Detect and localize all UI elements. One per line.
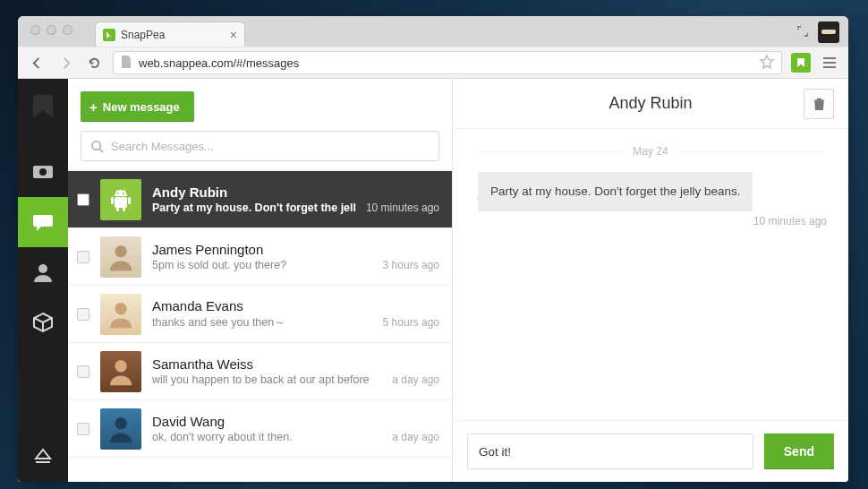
thread-checkbox[interactable] bbox=[77, 308, 89, 321]
address-bar[interactable] bbox=[113, 51, 782, 74]
svg-rect-7 bbox=[116, 207, 119, 211]
traffic-minimize[interactable] bbox=[47, 25, 56, 35]
trash-icon bbox=[813, 97, 826, 111]
new-message-label: New message bbox=[103, 100, 180, 114]
thread-name: David Wang bbox=[152, 414, 439, 429]
message-bubble: Party at my house. Don't forget the jell… bbox=[478, 172, 753, 211]
tab-title: SnapPea bbox=[121, 29, 165, 41]
tab-close-icon[interactable]: × bbox=[230, 28, 237, 42]
avatar bbox=[100, 236, 141, 278]
window-controls[interactable] bbox=[30, 25, 72, 35]
thread-time: 3 hours ago bbox=[383, 259, 439, 271]
search-input[interactable] bbox=[111, 140, 430, 153]
browser-toolbar bbox=[18, 47, 848, 79]
thread-list-pane: + New message Andy Rubin bbox=[68, 79, 453, 482]
nav-back-icon[interactable] bbox=[27, 53, 47, 73]
menu-icon[interactable] bbox=[820, 53, 839, 73]
thread-item[interactable]: James Pennington 5pm is sold out. you th… bbox=[68, 228, 452, 286]
message-row: Party at my house. Don't forget the jell… bbox=[478, 172, 773, 227]
traffic-zoom[interactable] bbox=[63, 25, 72, 35]
favicon-icon bbox=[103, 29, 115, 41]
fullscreen-icon[interactable] bbox=[796, 25, 809, 40]
date-label: May 24 bbox=[633, 145, 668, 158]
traffic-close[interactable] bbox=[30, 25, 40, 35]
conversation-header: Andy Rubin bbox=[453, 79, 848, 129]
app-logo-icon bbox=[28, 91, 58, 122]
avatar bbox=[100, 351, 141, 392]
thread-item[interactable]: Andy Rubin Party at my house. Don't forg… bbox=[68, 171, 452, 228]
sidebar-item-photos[interactable] bbox=[18, 147, 68, 197]
thread-name: Andy Rubin bbox=[152, 184, 439, 200]
thread-preview: will you happen to be back at our apt be… bbox=[152, 373, 383, 386]
svg-point-12 bbox=[115, 303, 126, 314]
thread-name: James Pennington bbox=[152, 242, 439, 257]
browser-window: SnapPea × bbox=[18, 16, 848, 482]
thread-item[interactable]: David Wang ok, don't worry about it then… bbox=[68, 400, 452, 458]
svg-point-9 bbox=[117, 193, 119, 194]
conversation-title: Andy Rubin bbox=[508, 94, 793, 113]
thread-checkbox[interactable] bbox=[77, 193, 89, 206]
conversation-pane: Andy Rubin May 24 Party at my house. Don… bbox=[453, 79, 848, 482]
svg-point-14 bbox=[115, 417, 126, 429]
bookmark-star-icon[interactable] bbox=[760, 55, 774, 72]
composer-input[interactable] bbox=[467, 433, 753, 469]
new-message-button[interactable]: + New message bbox=[81, 91, 194, 122]
plus-icon: + bbox=[89, 99, 98, 115]
avatar bbox=[100, 294, 141, 335]
sidebar-item-contacts[interactable] bbox=[18, 247, 68, 297]
svg-rect-6 bbox=[128, 197, 131, 204]
nav-forward-icon[interactable] bbox=[55, 53, 75, 73]
svg-rect-5 bbox=[111, 197, 114, 204]
sidebar-item-apps[interactable] bbox=[18, 297, 68, 347]
thread-item[interactable]: Samantha Weiss will you happen to be bac… bbox=[68, 343, 452, 400]
avatar bbox=[100, 179, 141, 220]
sidebar bbox=[18, 79, 68, 482]
thread-name: Samantha Weiss bbox=[152, 356, 439, 372]
svg-point-3 bbox=[92, 141, 100, 149]
thread-time: a day ago bbox=[392, 431, 439, 443]
search-icon bbox=[90, 140, 104, 153]
svg-point-10 bbox=[123, 193, 124, 194]
thread-checkbox[interactable] bbox=[77, 423, 89, 435]
conversation-body: May 24 Party at my house. Don't forget t… bbox=[453, 129, 848, 420]
sidebar-item-messages[interactable] bbox=[18, 197, 68, 247]
svg-rect-4 bbox=[115, 197, 127, 208]
profile-avatar-icon[interactable] bbox=[818, 21, 839, 43]
page-icon bbox=[121, 56, 132, 71]
svg-rect-8 bbox=[123, 207, 125, 211]
search-box[interactable] bbox=[81, 131, 439, 161]
browser-tab[interactable]: SnapPea × bbox=[95, 21, 245, 47]
date-divider: May 24 bbox=[478, 145, 823, 158]
delete-button[interactable] bbox=[804, 89, 834, 119]
url-input[interactable] bbox=[139, 56, 753, 70]
thread-preview: ok, don't worry about it then. bbox=[152, 431, 383, 443]
thread-preview: thanks and see you then～ bbox=[152, 315, 374, 330]
composer: Send bbox=[453, 420, 848, 482]
message-time: 10 minutes ago bbox=[753, 215, 827, 227]
svg-point-2 bbox=[38, 264, 47, 273]
thread-item[interactable]: Amanda Evans thanks and see you then～ 5 … bbox=[68, 286, 452, 343]
thread-time: 5 hours ago bbox=[383, 316, 439, 329]
thread-time: a day ago bbox=[392, 373, 439, 386]
thread-preview: 5pm is sold out. you there? bbox=[152, 259, 374, 271]
thread-name: Amanda Evans bbox=[152, 298, 439, 313]
avatar bbox=[100, 408, 141, 450]
app-body: + New message Andy Rubin bbox=[18, 79, 848, 482]
svg-point-13 bbox=[115, 360, 126, 372]
send-button[interactable]: Send bbox=[764, 433, 834, 469]
sidebar-item-eject[interactable] bbox=[18, 432, 68, 482]
thread-checkbox[interactable] bbox=[77, 365, 89, 378]
thread-checkbox[interactable] bbox=[77, 251, 89, 263]
thread-time: 10 minutes ago bbox=[366, 202, 439, 214]
svg-point-11 bbox=[115, 245, 126, 257]
thread-preview: Party at my house. Don't forget the jell bbox=[152, 202, 357, 214]
reload-icon[interactable] bbox=[84, 53, 104, 73]
tab-strip: SnapPea × bbox=[18, 16, 848, 47]
snappea-extension-icon[interactable] bbox=[791, 53, 811, 73]
threads: Andy Rubin Party at my house. Don't forg… bbox=[68, 171, 452, 482]
svg-point-1 bbox=[39, 168, 47, 176]
